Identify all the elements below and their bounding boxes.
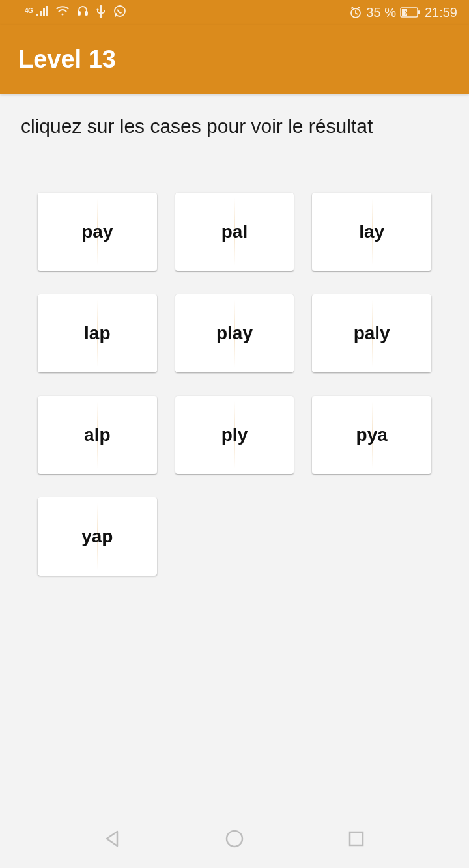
svg-rect-11 (418, 10, 420, 14)
word-label: pay (81, 221, 113, 242)
home-button[interactable] (222, 828, 247, 852)
svg-rect-2 (43, 8, 45, 16)
word-label: play (216, 323, 253, 344)
word-card[interactable]: alp (38, 396, 157, 474)
signal-icon (36, 6, 48, 20)
alarm-icon (349, 6, 362, 19)
svg-rect-13 (350, 832, 363, 845)
word-card[interactable]: pay (38, 193, 157, 271)
word-label: paly (354, 323, 390, 344)
svg-rect-5 (78, 12, 80, 15)
recent-icon (347, 830, 365, 850)
status-left: 4G (25, 5, 126, 21)
word-card[interactable]: pya (312, 396, 431, 474)
headset-icon (77, 5, 89, 20)
word-card[interactable]: pal (175, 193, 294, 271)
navigation-bar (0, 812, 469, 868)
svg-point-12 (227, 831, 242, 847)
whatsapp-icon (113, 5, 126, 21)
word-card[interactable]: play (175, 294, 294, 372)
word-label: pya (356, 425, 388, 445)
word-card[interactable]: paly (312, 294, 431, 372)
word-label: ply (221, 425, 248, 445)
status-bar: 4G 35 % 21:59 (0, 0, 469, 25)
svg-rect-6 (85, 12, 87, 15)
svg-rect-1 (40, 11, 42, 16)
status-right: 35 % 21:59 (349, 5, 457, 20)
network-label: 4G (25, 7, 33, 14)
word-card[interactable]: yap (38, 497, 157, 576)
page-title: Level 13 (18, 46, 116, 74)
svg-point-4 (62, 13, 64, 15)
word-card[interactable]: lap (38, 294, 157, 372)
word-card[interactable]: ply (175, 396, 294, 474)
usb-icon (96, 5, 106, 21)
battery-text: 35 % (366, 5, 396, 20)
app-bar: Level 13 (0, 25, 469, 94)
home-icon (224, 828, 245, 852)
instruction-text: cliquez sur les cases pour voir le résul… (0, 115, 469, 138)
word-label: pal (221, 221, 248, 242)
word-label: alp (84, 425, 110, 445)
word-card[interactable]: lay (312, 193, 431, 271)
content: cliquez sur les cases pour voir le résul… (0, 94, 469, 576)
card-grid: pay pal lay lap play paly alp ply pya ya… (0, 138, 469, 576)
back-icon (103, 829, 122, 851)
clock-text: 21:59 (425, 5, 457, 20)
svg-rect-0 (36, 14, 38, 16)
battery-icon (400, 7, 421, 18)
word-label: lay (359, 221, 384, 242)
svg-rect-3 (46, 6, 48, 16)
word-label: yap (81, 526, 113, 547)
back-button[interactable] (100, 828, 125, 852)
word-label: lap (84, 323, 110, 344)
recent-button[interactable] (344, 828, 369, 852)
wifi-icon (56, 6, 69, 20)
